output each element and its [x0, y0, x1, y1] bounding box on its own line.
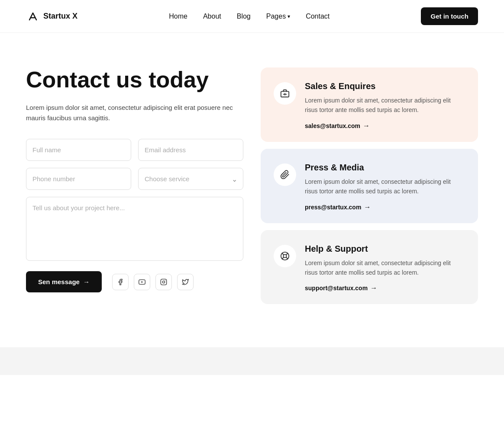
support-card-description: Lorem ipsum dolor sit amet, consectetur …	[305, 258, 465, 278]
sales-card-content: Sales & Enquires Lorem ipsum dolor sit a…	[305, 81, 465, 130]
svg-point-3	[165, 280, 165, 280]
contact-form-section: Contact us today Lorem ipsum dolor sit a…	[26, 67, 243, 304]
youtube-social-button[interactable]	[134, 274, 150, 290]
nav-links: Home About Blog Pages ▾ Contact	[169, 13, 330, 20]
facebook-social-button[interactable]	[112, 274, 129, 290]
instagram-icon	[160, 279, 167, 285]
briefcase-icon	[280, 89, 290, 98]
nav-contact[interactable]: Contact	[306, 13, 330, 20]
fullname-input[interactable]	[26, 139, 131, 161]
page-footer	[0, 347, 504, 375]
youtube-icon	[139, 279, 145, 285]
phone-input[interactable]	[26, 168, 131, 190]
sales-card-description: Lorem ipsum dolor sit amet, consectetur …	[305, 96, 465, 115]
svg-point-2	[162, 281, 165, 283]
email-input[interactable]	[138, 139, 243, 161]
press-card-content: Press & Media Lorem ipsum dolor sit amet…	[305, 163, 465, 211]
main-content: Contact us today Lorem ipsum dolor sit a…	[0, 33, 504, 347]
page-description: Lorem ipsum dolor sit amet, consectetur …	[26, 103, 243, 123]
lifebuoy-icon	[280, 251, 290, 261]
logo-icon	[26, 10, 40, 23]
support-card-icon-wrap	[274, 245, 296, 267]
svg-line-11	[286, 253, 288, 255]
logo-text: Startux X	[43, 12, 78, 21]
sales-card: Sales & Enquires Lorem ipsum dolor sit a…	[261, 67, 478, 142]
form-bottom-row: Sen message →	[26, 271, 243, 292]
navbar: Startux X Home About Blog Pages ▾ Contac…	[0, 0, 504, 33]
facebook-icon	[117, 279, 124, 285]
svg-marker-0	[141, 281, 143, 283]
arrow-icon: →	[370, 284, 377, 292]
twitter-social-button[interactable]	[177, 274, 194, 290]
nav-pages[interactable]: Pages ▾	[266, 13, 290, 20]
press-card-title: Press & Media	[305, 163, 465, 173]
sales-card-link[interactable]: sales@startux.com →	[305, 122, 465, 130]
send-message-button[interactable]: Sen message →	[26, 271, 102, 292]
social-icons-group	[112, 274, 194, 290]
logo-link[interactable]: Startux X	[26, 10, 78, 23]
form-row-name-email	[26, 139, 243, 161]
page-title: Contact us today	[26, 67, 243, 92]
support-card: Help & Support Lorem ipsum dolor sit ame…	[261, 230, 478, 304]
svg-rect-1	[161, 279, 166, 285]
support-card-content: Help & Support Lorem ipsum dolor sit ame…	[305, 244, 465, 292]
arrow-icon: →	[364, 203, 371, 211]
paperclip-icon	[280, 170, 290, 179]
service-select[interactable]: Choose service Web Design Development Ma…	[138, 168, 243, 190]
svg-line-9	[282, 253, 284, 255]
support-card-title: Help & Support	[305, 244, 465, 254]
sales-card-title: Sales & Enquires	[305, 81, 465, 91]
service-select-wrapper: Choose service Web Design Development Ma…	[138, 168, 243, 190]
get-in-touch-button[interactable]: Get in touch	[421, 7, 478, 25]
press-card-link[interactable]: press@startux.com →	[305, 203, 465, 211]
arrow-icon: →	[363, 122, 370, 130]
message-textarea[interactable]	[26, 197, 243, 261]
contact-cards-section: Sales & Enquires Lorem ipsum dolor sit a…	[261, 67, 478, 304]
nav-home[interactable]: Home	[169, 13, 187, 20]
chevron-down-icon: ▾	[288, 13, 290, 19]
form-row-phone-service: Choose service Web Design Development Ma…	[26, 168, 243, 190]
sales-card-icon-wrap	[274, 82, 296, 105]
nav-blog[interactable]: Blog	[237, 13, 251, 20]
support-card-link[interactable]: support@startux.com →	[305, 284, 465, 292]
arrow-right-icon: →	[83, 278, 90, 285]
instagram-social-button[interactable]	[155, 274, 172, 290]
press-card: Press & Media Lorem ipsum dolor sit amet…	[261, 149, 478, 223]
press-card-icon-wrap	[274, 163, 296, 186]
nav-about[interactable]: About	[203, 13, 221, 20]
svg-line-12	[282, 257, 284, 259]
svg-line-10	[286, 257, 288, 259]
press-card-description: Lorem ipsum dolor sit amet, consectetur …	[305, 177, 465, 196]
twitter-icon	[182, 279, 189, 285]
